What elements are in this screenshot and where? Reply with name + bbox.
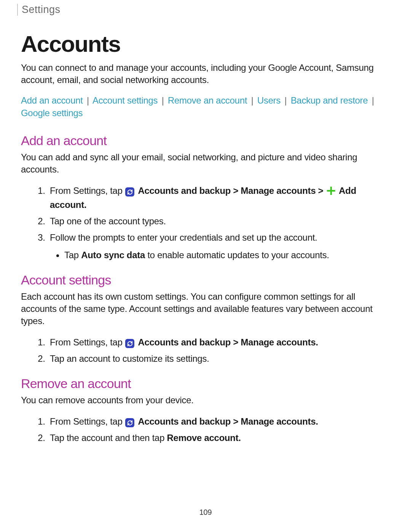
link-separator: | [372,95,374,105]
sub-text: to enable automatic updates to your acco… [145,250,329,260]
breadcrumb-wrap: Settings [17,4,390,16]
steps-add-account: From Settings, tap Accounts and backup >… [21,184,390,262]
plus-icon [326,186,336,196]
step-item: From Settings, tap Accounts and backup >… [48,335,390,349]
steps-account-settings: From Settings, tap Accounts and backup >… [21,335,390,366]
heading-remove-account: Remove an account [21,376,390,391]
sync-icon [125,187,134,197]
step-item: Tap one of the account types. [48,214,390,228]
step-text: Tap the account and then tap [50,433,167,443]
link-separator: | [285,95,287,105]
sync-icon [125,418,134,427]
quick-links: Add an account | Account settings | Remo… [21,94,390,120]
step-item: From Settings, tap Accounts and backup >… [48,184,390,212]
body-remove-account: You can remove accounts from your device… [21,394,390,406]
link-google-settings[interactable]: Google settings [21,108,83,118]
step-text: From Settings, tap [50,416,125,427]
body-account-settings: Each account has its own custom settings… [21,291,390,328]
step-text: From Settings, tap [50,337,125,347]
step-text: From Settings, tap [50,185,125,196]
step-item: From Settings, tap Accounts and backup >… [48,414,390,428]
page-number: 109 [0,508,411,517]
step-item: Tap the account and then tap Remove acco… [48,431,390,445]
page-title: Accounts [21,31,390,57]
sub-list: Tap Auto sync data to enable automatic u… [50,248,390,262]
link-account-settings[interactable]: Account settings [92,95,158,105]
sub-bold: Auto sync data [81,250,145,260]
link-add-account[interactable]: Add an account [21,95,83,105]
heading-account-settings: Account settings [21,273,390,288]
intro-paragraph: You can connect to and manage your accou… [21,62,390,86]
breadcrumb: Settings [22,4,61,15]
step-bold: Accounts and backup > Manage accounts > [138,185,325,196]
step-bold: Accounts and backup > Manage accounts [138,337,315,347]
sub-item: Tap Auto sync data to enable automatic u… [64,248,390,262]
steps-remove-account: From Settings, tap Accounts and backup >… [21,414,390,445]
step-text: Follow the prompts to enter your credent… [50,232,317,243]
step-item: Tap an account to customize its settings… [48,351,390,366]
link-separator: | [162,95,164,105]
link-backup-restore[interactable]: Backup and restore [291,95,368,105]
link-separator: | [87,95,89,105]
step-bold: Remove account [167,433,239,443]
document-page: Settings Accounts You can connect to and… [0,0,411,532]
step-item: Follow the prompts to enter your credent… [48,230,390,262]
heading-add-account: Add an account [21,133,390,148]
sub-text: Tap [64,250,81,260]
step-bold: Accounts and backup > Manage accounts [138,416,315,427]
svg-rect-1 [327,190,335,192]
link-remove-account[interactable]: Remove an account [168,95,247,105]
link-separator: | [251,95,253,105]
body-add-account: You can add and sync all your email, soc… [21,151,390,176]
link-users[interactable]: Users [257,95,280,105]
sync-icon [125,339,134,348]
